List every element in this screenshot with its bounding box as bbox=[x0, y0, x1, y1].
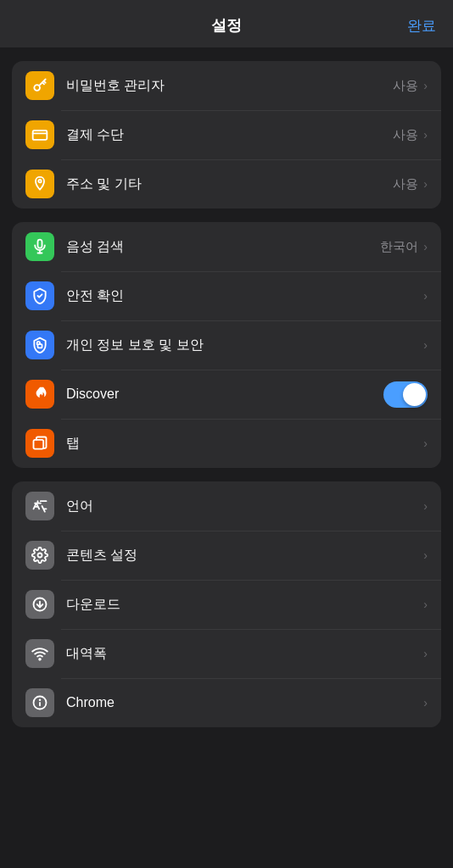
location-icon bbox=[25, 170, 54, 198]
content-settings-label: 콘텐츠 설정 bbox=[66, 547, 423, 565]
header-title: 설정 bbox=[211, 15, 242, 36]
row-safe-browsing[interactable]: 안전 확인› bbox=[12, 271, 441, 320]
row-tabs[interactable]: 탭› bbox=[12, 419, 441, 468]
svg-rect-7 bbox=[34, 440, 44, 449]
svg-point-11 bbox=[39, 659, 41, 660]
discover-label: Discover bbox=[66, 387, 383, 402]
payment-chevron: › bbox=[423, 129, 428, 141]
row-downloads[interactable]: 다운로드› bbox=[12, 580, 441, 629]
shield-lock-icon bbox=[25, 331, 54, 359]
tabs-chevron: › bbox=[423, 437, 428, 449]
safe-browsing-chevron: › bbox=[423, 290, 428, 302]
content-settings-chevron: › bbox=[423, 549, 428, 561]
row-chrome[interactable]: Chrome› bbox=[12, 678, 441, 727]
safe-browsing-label: 안전 확인 bbox=[66, 287, 423, 305]
svg-rect-3 bbox=[38, 240, 42, 248]
row-payment[interactable]: 결제 수단사용› bbox=[12, 110, 441, 159]
row-bandwidth[interactable]: 대역폭› bbox=[12, 629, 441, 678]
address-label: 주소 및 기타 bbox=[66, 175, 393, 193]
done-button[interactable]: 완료 bbox=[407, 16, 436, 36]
chrome-label: Chrome bbox=[66, 695, 423, 710]
wifi-icon bbox=[25, 639, 54, 668]
fire-icon bbox=[25, 380, 54, 409]
row-language[interactable]: 언어› bbox=[12, 481, 441, 531]
row-discover[interactable]: Discover bbox=[12, 370, 441, 419]
password-manager-value: 사용 bbox=[393, 78, 418, 94]
voice-search-value: 한국어 bbox=[380, 239, 418, 255]
header: 설정 완료 bbox=[0, 0, 453, 47]
svg-rect-1 bbox=[33, 131, 48, 140]
svg-point-8 bbox=[38, 554, 42, 558]
password-manager-chevron: › bbox=[423, 80, 428, 92]
bandwidth-label: 대역폭 bbox=[66, 645, 423, 663]
download-icon bbox=[25, 590, 54, 619]
row-address[interactable]: 주소 및 기타사용› bbox=[12, 159, 441, 209]
payment-value: 사용 bbox=[393, 127, 418, 143]
voice-search-label: 음성 검색 bbox=[66, 238, 380, 256]
shield-check-icon bbox=[25, 281, 54, 310]
mic-icon bbox=[25, 232, 54, 261]
chrome-chevron: › bbox=[423, 697, 428, 709]
language-chevron: › bbox=[423, 500, 428, 512]
translate-icon bbox=[25, 492, 54, 520]
password-manager-label: 비밀번호 관리자 bbox=[66, 77, 393, 95]
section-features: 음성 검색한국어›안전 확인›개인 정보 보호 및 보안›Discover탭› bbox=[12, 222, 441, 468]
tabs-icon bbox=[25, 429, 54, 458]
tabs-label: 탭 bbox=[66, 435, 423, 453]
card-icon bbox=[25, 120, 54, 149]
privacy-label: 개인 정보 보호 및 보안 bbox=[66, 337, 423, 354]
svg-point-2 bbox=[38, 180, 41, 182]
key-icon bbox=[25, 71, 54, 100]
bandwidth-chevron: › bbox=[423, 648, 428, 659]
gear-icon bbox=[25, 541, 54, 570]
language-label: 언어 bbox=[66, 498, 423, 515]
toggle-knob bbox=[403, 383, 426, 406]
discover-toggle[interactable] bbox=[383, 381, 428, 408]
address-chevron: › bbox=[423, 178, 428, 190]
voice-search-chevron: › bbox=[423, 241, 428, 253]
row-content-settings[interactable]: 콘텐츠 설정› bbox=[12, 531, 441, 580]
row-voice-search[interactable]: 음성 검색한국어› bbox=[12, 222, 441, 271]
downloads-chevron: › bbox=[423, 598, 428, 610]
payment-label: 결제 수단 bbox=[66, 126, 393, 144]
privacy-chevron: › bbox=[423, 339, 428, 351]
downloads-label: 다운로드 bbox=[66, 596, 423, 614]
content: 비밀번호 관리자사용›결제 수단사용›주소 및 기타사용›음성 검색한국어›안전… bbox=[0, 47, 453, 741]
section-general: 언어›콘텐츠 설정›다운로드›대역폭›Chrome› bbox=[12, 481, 441, 727]
address-value: 사용 bbox=[393, 176, 418, 192]
section-autofill: 비밀번호 관리자사용›결제 수단사용›주소 및 기타사용› bbox=[12, 61, 441, 209]
row-password-manager[interactable]: 비밀번호 관리자사용› bbox=[12, 61, 441, 110]
info-icon bbox=[25, 688, 54, 717]
svg-point-0 bbox=[34, 85, 40, 91]
row-privacy[interactable]: 개인 정보 보호 및 보안› bbox=[12, 320, 441, 370]
